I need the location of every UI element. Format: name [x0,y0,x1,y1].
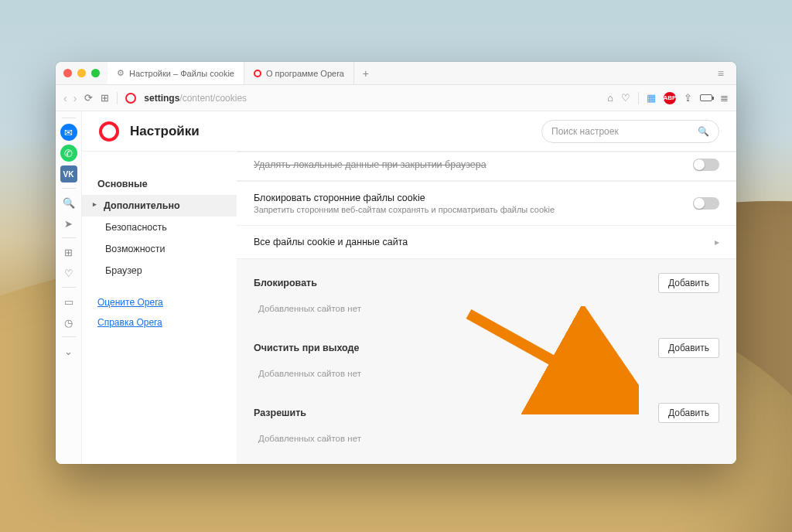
section-label: Блокировать [254,278,658,288]
opera-icon [254,70,261,77]
allow-section: Разрешить Добавить Добавленных сайтов не… [237,389,736,454]
sidebar-toggle-icon[interactable]: ≣ [720,92,729,104]
row-title: Блокировать сторонние файлы cookie [254,193,693,203]
clear-on-exit-section: Очистить при выходе Добавить Добавленных… [237,324,736,389]
empty-text: Добавленных сайтов нет [254,358,719,384]
tab-label: О программе Opera [266,69,344,78]
downloads-icon[interactable]: ⌄ [60,343,77,360]
window-controls [63,69,100,77]
toggle[interactable] [693,159,719,171]
tab-about-opera[interactable]: О программе Opera [244,62,354,84]
chevron-right-icon: ▸ [715,237,719,247]
nav-arrows: ‹ › [63,92,77,104]
separator [117,92,118,104]
add-block-button[interactable]: Добавить [658,273,719,293]
row-subtitle: Запретить сторонним веб-сайтам сохранять… [254,205,693,214]
help-opera-link[interactable]: Справка Opera [82,312,237,332]
nav-basic[interactable]: Основные [82,173,237,195]
section-label: Очистить при выходе [254,343,658,353]
url-path: /content/cookies [179,93,247,104]
settings-content: Удалять локальные данные при закрытии бр… [237,152,736,464]
opera-icon [125,93,136,104]
toggle[interactable] [693,197,719,210]
close-window-button[interactable] [63,69,72,77]
extension-icon[interactable]: ▦ [647,92,656,104]
messenger-rail: ✉ ✆ VK 🔍 ➤ ⊞ ♡ ▭ ◷ ⌄ [56,111,82,464]
page-header: Настройки Поиск настроек 🔍 [82,111,736,152]
back-button[interactable]: ‹ [63,92,67,104]
settings-search[interactable]: Поиск настроек 🔍 [541,120,719,143]
heart-icon[interactable]: ♡ [621,92,630,104]
nav-security[interactable]: Безопасность [82,217,237,238]
snapshot-icon[interactable]: ⌂ [607,92,613,104]
settings-nav: Основные Дополнительно Безопасность Возм… [82,152,237,464]
maximize-window-button[interactable] [91,69,100,77]
news-icon[interactable]: ▭ [60,293,77,310]
nav-browser[interactable]: Браузер [82,260,237,281]
block-section: Блокировать Добавить Добавленных сайтов … [237,259,736,324]
search-placeholder: Поиск настроек [551,126,619,137]
tab-menu-button[interactable]: ≡ [713,67,729,80]
send-icon[interactable]: ➤ [60,215,77,232]
messenger-icon[interactable]: ✉ [60,124,77,141]
cookie-delete-on-exit-row[interactable]: Удалять локальные данные при закрытии бр… [237,152,736,181]
forward-button[interactable]: › [73,92,77,104]
new-tab-button[interactable]: + [354,67,377,80]
nav-features[interactable]: Возможности [82,238,237,260]
whatsapp-icon[interactable]: ✆ [60,145,77,162]
search-icon[interactable]: 🔍 [60,194,77,211]
row-title: Удалять локальные данные при закрытии бр… [254,159,693,170]
separator [638,92,639,104]
search-icon: 🔍 [698,126,709,137]
block-third-party-row[interactable]: Блокировать сторонние файлы cookie Запре… [237,181,736,225]
toolbar-right: ⌂ ♡ ▦ ABP ⇪ ≣ [607,92,729,104]
title-bar: ⚙ Настройки – Файлы cookie О программе O… [56,62,736,85]
adblock-icon[interactable]: ABP [664,92,676,104]
address-bar[interactable]: settings/content/cookies [144,93,599,104]
tab-strip: ⚙ Настройки – Файлы cookie О программе O… [108,62,713,84]
browser-window: ⚙ Настройки – Файлы cookie О программе O… [56,62,736,464]
gear-icon: ⚙ [117,68,125,78]
page-title: Настройки [130,124,200,139]
reload-button[interactable]: ⟳ [84,92,93,104]
heart-icon[interactable]: ♡ [60,264,77,281]
add-clear-button[interactable]: Добавить [658,338,719,358]
tab-settings-cookies[interactable]: ⚙ Настройки – Файлы cookie [108,62,244,84]
section-label: Разрешить [254,408,658,418]
minimize-window-button[interactable] [77,69,86,77]
tab-label: Настройки – Файлы cookie [129,69,234,78]
rate-opera-link[interactable]: Оцените Opera [82,292,237,312]
battery-icon[interactable] [700,94,712,101]
speed-dial-button[interactable]: ⊞ [101,92,109,104]
history-icon[interactable]: ◷ [60,314,77,331]
share-icon[interactable]: ⇪ [684,92,692,104]
toolbar: ‹ › ⟳ ⊞ settings/content/cookies ⌂ ♡ ▦ A… [56,85,736,111]
apps-icon[interactable]: ⊞ [60,244,77,261]
empty-text: Добавленных сайтов нет [254,293,719,319]
row-title: Все файлы cookie и данные сайта [254,237,715,247]
nav-advanced[interactable]: Дополнительно [82,195,237,217]
url-host: settings [144,93,179,104]
opera-logo [99,121,119,142]
vk-icon[interactable]: VK [60,165,77,182]
all-cookies-row[interactable]: Все файлы cookie и данные сайта ▸ [237,225,736,258]
add-allow-button[interactable]: Добавить [658,403,719,423]
empty-text: Добавленных сайтов нет [254,423,719,449]
